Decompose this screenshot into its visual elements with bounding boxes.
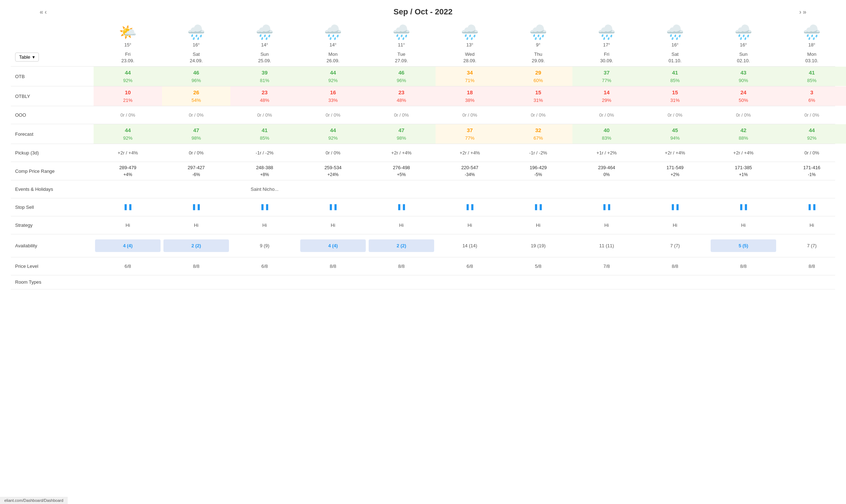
stop-sell-cell-3[interactable]: ❚❚ — [299, 201, 367, 213]
otb-cell-6[interactable]: 2960% — [504, 67, 572, 86]
otb-cell-10[interactable]: 4185% — [778, 67, 846, 86]
stop-sell-icon-9[interactable]: ❚❚ — [739, 204, 748, 210]
view-selector-button[interactable]: Table ▾ — [15, 53, 39, 62]
otbly-cell-4[interactable]: 2348% — [367, 86, 436, 106]
price-level-cell-8[interactable]: 8/8 — [641, 261, 709, 272]
ooo-row: OOO 0r / 0% 0r / 0% 0r / 0% 0r / 0% 0r /… — [11, 106, 835, 124]
price-level-cell-9[interactable]: 8/8 — [709, 261, 778, 272]
price-level-cell-10[interactable]: 8/8 — [778, 261, 846, 272]
stop-sell-icon-10[interactable]: ❚❚ — [807, 204, 816, 210]
stop-sell-cell-8[interactable]: ❚❚ — [641, 201, 709, 213]
forecast-cell-7[interactable]: 4083% — [572, 124, 641, 144]
strategy-cell-1[interactable]: Hi — [162, 220, 230, 231]
avail-cell-5[interactable]: 14 (14) — [436, 240, 504, 252]
otb-cell-2[interactable]: 3981% — [230, 67, 299, 86]
price-level-cell-7[interactable]: 7/8 — [572, 261, 641, 272]
price-level-cell-0[interactable]: 6/8 — [94, 261, 162, 272]
stop-sell-icon-1[interactable]: ❚❚ — [192, 204, 201, 210]
stop-sell-cell-1[interactable]: ❚❚ — [162, 201, 230, 213]
forecast-cell-5[interactable]: 3777% — [436, 124, 504, 144]
forecast-cell-0[interactable]: 4492% — [94, 124, 162, 144]
otbly-cell-5[interactable]: 1838% — [436, 86, 504, 106]
weather-temp-0: 15° — [124, 42, 131, 48]
otbly-cell-8[interactable]: 1531% — [641, 86, 709, 106]
price-level-cell-5[interactable]: 6/8 — [436, 261, 504, 272]
otb-cell-1[interactable]: 4696% — [162, 67, 230, 86]
stop-sell-cell-10[interactable]: ❚❚ — [778, 201, 846, 213]
otb-cell-0[interactable]: 4492% — [94, 67, 162, 86]
forecast-cell-2[interactable]: 4185% — [230, 124, 299, 144]
otbly-cell-1[interactable]: 2654% — [162, 86, 230, 106]
avail-cell-1[interactable]: 2 (2) — [162, 237, 230, 255]
avail-cell-8[interactable]: 7 (7) — [641, 240, 709, 252]
otb-cell-4[interactable]: 4696% — [367, 67, 436, 86]
avail-cell-4[interactable]: 2 (2) — [367, 237, 436, 255]
price-level-cell-4[interactable]: 8/8 — [367, 261, 436, 272]
forecast-cell-6[interactable]: 3267% — [504, 124, 572, 144]
otb-cell-8[interactable]: 4185% — [641, 67, 709, 86]
otbly-cell-2[interactable]: 2348% — [230, 86, 299, 106]
avail-cell-7[interactable]: 11 (11) — [572, 240, 641, 252]
stop-sell-icon-7[interactable]: ❚❚ — [602, 204, 611, 210]
price-level-cell-6[interactable]: 5/8 — [504, 261, 572, 272]
events-cell-2[interactable]: Saint Nicho... — [230, 184, 299, 195]
strategy-cell-0[interactable]: Hi — [94, 220, 162, 231]
avail-cell-10[interactable]: 7 (7) — [778, 240, 846, 252]
price-level-cell-2[interactable]: 6/8 — [230, 261, 299, 272]
avail-cell-6[interactable]: 19 (19) — [504, 240, 572, 252]
stop-sell-cell-5[interactable]: ❚❚ — [436, 201, 504, 213]
forecast-cell-1[interactable]: 4798% — [162, 124, 230, 144]
avail-cell-3[interactable]: 4 (4) — [299, 237, 367, 255]
stop-sell-cell-7[interactable]: ❚❚ — [572, 201, 641, 213]
strategy-cell-6[interactable]: Hi — [504, 220, 572, 231]
otb-cell-9[interactable]: 4390% — [709, 67, 778, 86]
otb-cell-5[interactable]: 3471% — [436, 67, 504, 86]
strategy-cell-4[interactable]: Hi — [367, 220, 436, 231]
otbly-cell-9[interactable]: 2450% — [709, 86, 778, 106]
avail-cell-0[interactable]: 4 (4) — [94, 237, 162, 255]
strategy-cell-5[interactable]: Hi — [436, 220, 504, 231]
otbly-cell-7[interactable]: 1429% — [572, 86, 641, 106]
stop-sell-icon-6[interactable]: ❚❚ — [534, 204, 543, 210]
day-2: Sun — [260, 51, 269, 57]
otbly-cell-3[interactable]: 1633% — [299, 86, 367, 106]
nav-arrows-right[interactable]: › » — [799, 8, 806, 16]
strategy-cell-2[interactable]: Hi — [230, 220, 299, 231]
stop-sell-cell-2[interactable]: ❚❚ — [230, 201, 299, 213]
nav-double-left-arrow[interactable]: « — [40, 8, 43, 16]
strategy-cell-7[interactable]: Hi — [572, 220, 641, 231]
avail-cell-9[interactable]: 5 (5) — [709, 237, 778, 255]
stop-sell-cell-9[interactable]: ❚❚ — [709, 201, 778, 213]
stop-sell-icon-8[interactable]: ❚❚ — [670, 204, 680, 210]
otb-cell-7[interactable]: 3777% — [572, 67, 641, 86]
stop-sell-cell-6[interactable]: ❚❚ — [504, 201, 572, 213]
nav-right-arrow[interactable]: › — [799, 8, 801, 16]
forecast-cell-9[interactable]: 4288% — [709, 124, 778, 144]
nav-arrows-left[interactable]: « ‹ — [40, 8, 47, 16]
stop-sell-icon-4[interactable]: ❚❚ — [397, 204, 406, 210]
otbly-cell-6[interactable]: 1531% — [504, 86, 572, 106]
nav-left-arrow[interactable]: ‹ — [45, 8, 47, 16]
strategy-cell-10[interactable]: Hi — [778, 220, 846, 231]
forecast-cell-3[interactable]: 4492% — [299, 124, 367, 144]
nav-double-right-arrow[interactable]: » — [803, 8, 806, 16]
stop-sell-icon-3[interactable]: ❚❚ — [328, 204, 338, 210]
stop-sell-icon-0[interactable]: ❚❚ — [123, 204, 132, 210]
strategy-cell-9[interactable]: Hi — [709, 220, 778, 231]
otbly-cell-10[interactable]: 36% — [778, 86, 846, 106]
forecast-cell-4[interactable]: 4798% — [367, 124, 436, 144]
forecast-cell-8[interactable]: 4594% — [641, 124, 709, 144]
price-level-cell-1[interactable]: 8/8 — [162, 261, 230, 272]
day-0: Fri — [125, 51, 130, 57]
stop-sell-icon-5[interactable]: ❚❚ — [465, 204, 474, 210]
strategy-cell-8[interactable]: Hi — [641, 220, 709, 231]
stop-sell-icon-2[interactable]: ❚❚ — [260, 204, 269, 210]
stop-sell-cell-0[interactable]: ❚❚ — [94, 201, 162, 213]
strategy-cell-3[interactable]: Hi — [299, 220, 367, 231]
otb-cell-3[interactable]: 4492% — [299, 67, 367, 86]
avail-cell-2[interactable]: 9 (9) — [230, 240, 299, 252]
stop-sell-cell-4[interactable]: ❚❚ — [367, 201, 436, 213]
price-level-cell-3[interactable]: 8/8 — [299, 261, 367, 272]
otbly-cell-0[interactable]: 1021% — [94, 86, 162, 106]
forecast-cell-10[interactable]: 4492% — [778, 124, 846, 144]
